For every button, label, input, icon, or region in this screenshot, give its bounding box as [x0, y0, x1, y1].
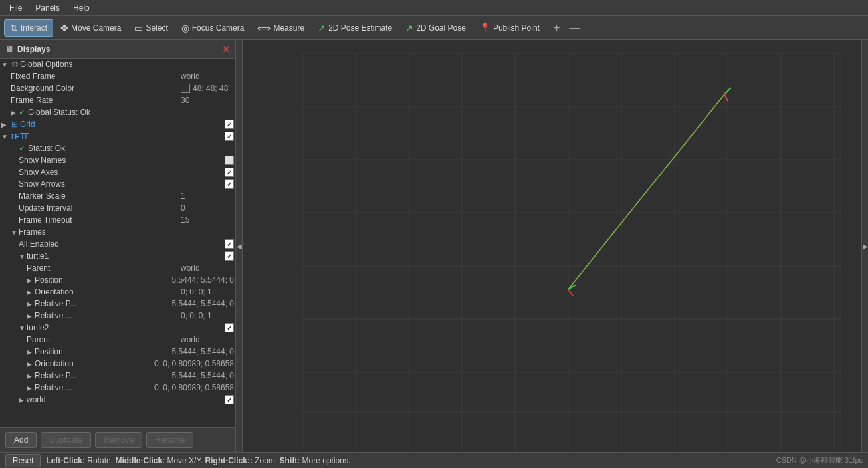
marker-scale-value[interactable]: 1 — [181, 191, 234, 201]
turtle1-rel-p-row[interactable]: ▶ Relative P... 5.5444; 5.5444; 0 — [0, 298, 235, 310]
turtle2-rel-p-arrow: ▶ — [27, 372, 35, 380]
toolbar-remove-button[interactable]: — — [565, 19, 584, 37]
turtle2-position-row[interactable]: ▶ Position 5.5444; 5.5444; 0 — [0, 346, 235, 358]
world-row[interactable]: ▶ world — [0, 394, 235, 406]
turtle1-rel-p-arrow: ▶ — [27, 300, 35, 308]
grid-viewport — [243, 40, 861, 452]
toolbar-add-button[interactable]: + — [550, 19, 564, 37]
tf-checkbox[interactable] — [225, 132, 234, 141]
background-color-swatch — [181, 84, 190, 93]
menu-file[interactable]: File — [3, 2, 29, 14]
frame-rate-value[interactable]: 30 — [181, 96, 234, 105]
turtle1-parent-value: world — [181, 263, 234, 273]
svg-rect-0 — [243, 40, 861, 452]
tool-pose-estimate[interactable]: ↗ 2D Pose Estimate — [312, 19, 398, 37]
panel-close-button[interactable]: ✕ — [222, 44, 230, 55]
background-color-value[interactable]: 48; 48; 48 — [181, 84, 234, 94]
panel-content[interactable]: ▼ ⚙ Global Options Fixed Frame world Bac… — [0, 58, 235, 427]
frame-timeout-label: Frame Timeout — [19, 215, 181, 225]
turtle2-rel-p-label: Relative P... — [35, 371, 172, 380]
rename-button[interactable]: Rename — [146, 432, 193, 448]
turtle1-orientation-value: 0; 0; 0; 1 — [181, 287, 234, 296]
show-arrows-row: Show Arrows — [0, 178, 235, 190]
show-names-row: Show Names — [0, 154, 235, 166]
show-arrows-checkbox[interactable] — [225, 179, 234, 189]
turtle2-orientation-row[interactable]: ▶ Orientation 0; 0; 0.80989; 0.58658 — [0, 358, 235, 370]
global-status-check: ✓ — [19, 108, 25, 117]
tf-row[interactable]: ▼ TF TF — [0, 130, 235, 142]
show-arrows-label: Show Arrows — [19, 179, 225, 189]
toolbar: ⇅ Interact ✥ Move Camera ▭ Select ◎ Focu… — [0, 16, 868, 40]
grid-checkbox[interactable] — [225, 120, 234, 129]
right-handle[interactable]: ▶ — [861, 40, 868, 452]
turtle1-position-row[interactable]: ▶ Position 5.5444; 5.5444; 0 — [0, 274, 235, 286]
turtle2-position-label: Position — [35, 347, 172, 356]
all-enabled-row: All Enabled — [0, 238, 235, 250]
background-color-row: Background Color 48; 48; 48 — [0, 82, 235, 94]
global-options-row[interactable]: ▼ ⚙ Global Options — [0, 58, 235, 70]
grid-arrow: ▶ — [1, 121, 9, 128]
turtle2-row[interactable]: ▼ turtle2 — [0, 322, 235, 334]
viewport[interactable] — [243, 40, 861, 452]
collapse-arrow-icon: ◀ — [237, 243, 242, 250]
menu-help[interactable]: Help — [66, 2, 96, 14]
tool-select[interactable]: ▭ Select — [128, 19, 173, 37]
frames-row[interactable]: ▼ Frames — [0, 226, 235, 238]
grid-row[interactable]: ▶ ⊞ Grid — [0, 118, 235, 130]
turtle1-arrow: ▼ — [19, 253, 27, 260]
reset-button[interactable]: Reset — [5, 454, 41, 467]
turtle2-rel-p-row[interactable]: ▶ Relative P... 5.5444; 5.5444; 0 — [0, 370, 235, 382]
status-right-text: CSDN @小海聊智能 31fps — [776, 455, 863, 465]
tool-interact[interactable]: ⇅ Interact — [4, 19, 53, 37]
update-interval-label: Update Interval — [19, 203, 181, 213]
global-status-row[interactable]: ▶ ✓ Global Status: Ok — [0, 106, 235, 118]
collapse-handle[interactable]: ◀ — [236, 40, 243, 452]
frame-timeout-value[interactable]: 15 — [181, 215, 234, 225]
fixed-frame-row: Fixed Frame world — [0, 70, 235, 82]
turtle2-parent-value: world — [181, 335, 234, 344]
show-names-checkbox[interactable] — [225, 156, 234, 165]
turtle1-row[interactable]: ▼ turtle1 — [0, 250, 235, 262]
tool-focus-camera[interactable]: ◎ Focus Camera — [175, 19, 251, 37]
menu-bar: File Panels Help — [0, 0, 868, 16]
turtle2-rel-o-arrow: ▶ — [27, 384, 35, 392]
tf-arrow: ▼ — [1, 133, 9, 140]
turtle2-checkbox[interactable] — [225, 323, 234, 332]
add-button[interactable]: Add — [5, 432, 37, 448]
turtle1-rel-p-label: Relative P... — [35, 299, 172, 308]
turtle2-position-value: 5.5444; 5.5444; 0 — [172, 347, 234, 356]
tool-publish-point[interactable]: 📍 Publish Point — [473, 19, 546, 37]
turtle2-orientation-label: Orientation — [35, 359, 154, 368]
marker-scale-row: Marker Scale 1 — [0, 190, 235, 202]
menu-panels[interactable]: Panels — [29, 2, 66, 14]
status-bar: Reset Left-Click: Rotate. Middle-Click: … — [0, 452, 868, 468]
turtle1-orientation-row[interactable]: ▶ Orientation 0; 0; 0; 1 — [0, 286, 235, 298]
pose-estimate-icon: ↗ — [318, 23, 326, 33]
turtle2-rel-o-row[interactable]: ▶ Relative ... 0; 0; 0.80989; 0.58658 — [0, 382, 235, 394]
turtle1-parent-label: Parent — [27, 263, 181, 273]
turtle2-position-arrow: ▶ — [27, 348, 35, 356]
remove-button[interactable]: Remove — [95, 432, 142, 448]
tf-status-check: ✓ — [19, 144, 25, 153]
duplicate-button[interactable]: Duplicate — [41, 432, 91, 448]
update-interval-value[interactable]: 0 — [181, 203, 234, 213]
tool-move-camera[interactable]: ✥ Move Camera — [54, 19, 127, 37]
turtle2-label: turtle2 — [27, 323, 225, 332]
goal-pose-icon: ↗ — [405, 23, 413, 33]
turtle1-rel-o-value: 0; 0; 0; 1 — [181, 311, 234, 320]
tool-measure[interactable]: ⟺ Measure — [251, 19, 310, 37]
turtle1-checkbox[interactable] — [225, 251, 234, 261]
turtle2-orientation-arrow: ▶ — [27, 360, 35, 368]
show-axes-checkbox[interactable] — [225, 168, 234, 177]
fixed-frame-value[interactable]: world — [181, 72, 234, 81]
turtle2-parent-row: Parent world — [0, 334, 235, 346]
world-checkbox[interactable] — [225, 395, 234, 404]
turtle1-rel-p-value: 5.5444; 5.5444; 0 — [172, 299, 234, 308]
turtle1-rel-o-arrow: ▶ — [27, 312, 35, 320]
left-panel: 🖥 Displays ✕ ▼ ⚙ Global Options Fixed Fr… — [0, 40, 236, 452]
all-enabled-checkbox[interactable] — [225, 239, 234, 249]
tf-status-row: ✓ Status: Ok — [0, 142, 235, 154]
tool-goal-pose[interactable]: ↗ 2D Goal Pose — [399, 19, 472, 37]
turtle1-position-label: Position — [35, 275, 172, 285]
turtle1-rel-o-row[interactable]: ▶ Relative ... 0; 0; 0; 1 — [0, 310, 235, 322]
